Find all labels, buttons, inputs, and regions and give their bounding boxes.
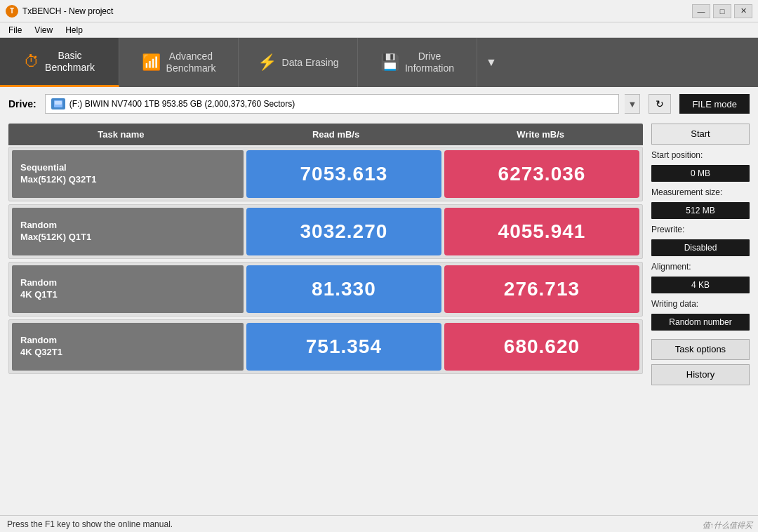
row-3-read: 81.330 xyxy=(246,265,441,313)
close-button[interactable]: ✕ xyxy=(734,4,752,18)
tab-advanced-benchmark[interactable]: 📶 AdvancedBenchmark xyxy=(119,38,239,87)
dropdown-arrow-icon: ▼ xyxy=(486,56,497,69)
svg-rect-1 xyxy=(55,101,62,105)
row-2-read: 3032.270 xyxy=(246,208,441,255)
row-1-write: 6273.036 xyxy=(444,150,639,198)
measurement-size-label: Measurement size: xyxy=(651,187,750,197)
drive-select-inner: (F:) BIWIN NV7400 1TB 953.85 GB (2,000,3… xyxy=(51,98,613,109)
tab-advanced-label: AdvancedBenchmark xyxy=(166,51,216,74)
status-bar: Press the F1 key to show the online manu… xyxy=(0,515,758,532)
header-read: Read mB/s xyxy=(234,124,439,145)
data-erasing-icon: ⚡ xyxy=(258,53,277,72)
measurement-size-value: 512 MB xyxy=(651,202,750,219)
table-row: Sequential Max(512K) Q32T1 7053.613 6273… xyxy=(8,147,643,201)
advanced-benchmark-icon: 📶 xyxy=(142,53,161,72)
arrow-down-icon: ▼ xyxy=(627,99,637,109)
prewrite-label: Prewrite: xyxy=(651,225,750,234)
row-2-label: Random Max(512K) Q1T1 xyxy=(12,208,244,255)
row-4-read: 751.354 xyxy=(246,323,441,371)
table-row: Random 4K Q1T1 81.330 276.713 xyxy=(8,262,643,317)
bench-rows: Sequential Max(512K) Q32T1 7053.613 6273… xyxy=(8,147,643,374)
row-4-label: Random 4K Q32T1 xyxy=(12,323,244,371)
menu-view[interactable]: View xyxy=(29,24,58,36)
watermark: 值↑什么值得买 xyxy=(703,520,753,531)
history-button[interactable]: History xyxy=(651,364,750,385)
writing-data-value: Random number xyxy=(651,314,750,331)
menu-file[interactable]: File xyxy=(3,24,27,36)
start-button[interactable]: Start xyxy=(651,124,750,145)
bench-area: Task name Read mB/s Write mB/s Sequentia… xyxy=(8,124,750,508)
tab-erasing-label: Data Erasing xyxy=(282,57,339,69)
alignment-value: 4 KB xyxy=(651,277,750,293)
title-bar: T TxBENCH - New project — □ ✕ xyxy=(0,0,758,22)
bench-table: Task name Read mB/s Write mB/s Sequentia… xyxy=(8,124,643,508)
toolbar: ⏱ BasicBenchmark 📶 AdvancedBenchmark ⚡ D… xyxy=(0,38,758,87)
start-position-value: 0 MB xyxy=(651,165,750,182)
row-1-label: Sequential Max(512K) Q32T1 xyxy=(12,150,244,198)
prewrite-value: Disabled xyxy=(651,239,750,256)
minimize-button[interactable]: — xyxy=(692,4,710,18)
writing-data-label: Writing data: xyxy=(651,299,750,309)
row-1-read: 7053.613 xyxy=(246,150,441,198)
refresh-icon: ↻ xyxy=(656,98,664,109)
app-icon: T xyxy=(6,5,18,18)
row-4-write: 680.620 xyxy=(444,323,639,371)
header-task-name: Task name xyxy=(8,124,234,145)
row-3-write: 276.713 xyxy=(444,265,639,313)
basic-benchmark-icon: ⏱ xyxy=(24,53,39,71)
drive-dropdown-arrow[interactable]: ▼ xyxy=(625,94,640,114)
drive-select[interactable]: (F:) BIWIN NV7400 1TB 953.85 GB (2,000,3… xyxy=(45,94,620,114)
row-3-label: Random 4K Q1T1 xyxy=(12,265,244,313)
drive-select-icon xyxy=(51,98,65,109)
table-row: Random Max(512K) Q1T1 3032.270 4055.941 xyxy=(8,204,643,259)
drive-label: Drive: xyxy=(8,98,36,109)
title-bar-text: TxBENCH - New project xyxy=(22,6,113,16)
table-row: Random 4K Q32T1 751.354 680.620 xyxy=(8,319,643,374)
row-2-write: 4055.941 xyxy=(444,208,639,255)
toolbar-dropdown[interactable]: ▼ xyxy=(477,38,505,87)
status-text: Press the F1 key to show the online manu… xyxy=(7,519,173,529)
drive-row: Drive: (F:) BIWIN NV7400 1TB 953.85 GB (… xyxy=(8,94,750,114)
tab-drive-information[interactable]: 💾 DriveInformation xyxy=(358,38,477,87)
alignment-label: Alignment: xyxy=(651,262,750,272)
window-controls: — □ ✕ xyxy=(692,4,752,18)
tab-data-erasing[interactable]: ⚡ Data Erasing xyxy=(239,38,358,87)
drive-information-icon: 💾 xyxy=(380,53,399,72)
main-area: Drive: (F:) BIWIN NV7400 1TB 953.85 GB (… xyxy=(0,87,758,515)
menu-bar: File View Help xyxy=(0,22,758,38)
right-panel: Start Start position: 0 MB Measurement s… xyxy=(651,124,750,508)
menu-help[interactable]: Help xyxy=(60,24,88,36)
header-write: Write mB/s xyxy=(438,124,643,145)
file-mode-button[interactable]: FILE mode xyxy=(679,94,750,114)
tab-basic-benchmark[interactable]: ⏱ BasicBenchmark xyxy=(0,38,119,87)
maximize-button[interactable]: □ xyxy=(713,4,731,18)
tab-drive-label: DriveInformation xyxy=(405,51,454,74)
drive-refresh-button[interactable]: ↻ xyxy=(649,94,671,114)
bench-table-header: Task name Read mB/s Write mB/s xyxy=(8,124,643,145)
start-position-label: Start position: xyxy=(651,150,750,160)
task-options-button[interactable]: Task options xyxy=(651,339,750,360)
tab-basic-label: BasicBenchmark xyxy=(45,50,95,74)
drive-select-value: (F:) BIWIN NV7400 1TB 953.85 GB (2,000,3… xyxy=(69,99,295,109)
